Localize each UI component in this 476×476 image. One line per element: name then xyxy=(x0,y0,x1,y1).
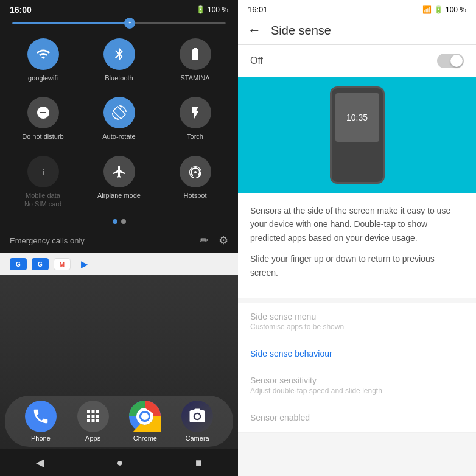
dock-item-apps[interactable]: Apps xyxy=(77,401,109,442)
side-sense-behaviour-link[interactable]: Side sense behaviour xyxy=(238,340,476,367)
sensor-enabled-item: Sensor enabled xyxy=(238,404,476,433)
page-dot-1 xyxy=(113,219,117,224)
phone-mockup: 10:35 xyxy=(330,86,385,184)
settings-icon[interactable]: ⚙ xyxy=(219,234,228,247)
airplanemode-tile-label: Airplane mode xyxy=(97,191,141,200)
tile-hotspot[interactable]: Hotspot xyxy=(157,149,233,216)
svg-point-4 xyxy=(141,413,149,420)
tile-mobiledata[interactable]: Mobile data No SIM card xyxy=(5,149,81,216)
quick-app-google2[interactable]: G xyxy=(32,258,49,270)
header-bar: ← Side sense xyxy=(238,16,476,45)
battery-icon: 🔋 xyxy=(196,5,205,14)
left-status-bar: 16:00 🔋 100 % xyxy=(0,0,238,17)
dock-item-chrome[interactable]: Chrome xyxy=(129,401,161,442)
tile-donotdisturb[interactable]: Do not disturb xyxy=(5,89,81,148)
airplanemode-tile-icon xyxy=(103,156,135,187)
quick-app-play[interactable]: ▶ xyxy=(75,258,93,270)
donotdisturb-tile-icon xyxy=(27,97,59,128)
description-area: Sensors at the side of the screen make i… xyxy=(238,193,476,298)
hotspot-tile-icon xyxy=(180,156,211,187)
phone-illustration: 10:35 xyxy=(238,77,476,193)
phone-mockup-screen: 10:35 xyxy=(335,93,379,142)
phone-mockup-time: 10:35 xyxy=(346,113,368,122)
emergency-row: Emergency calls only ✏ ⚙ xyxy=(0,228,238,253)
stamina-tile-label: STAMINA xyxy=(180,74,209,82)
donotdisturb-tile-label: Do not disturb xyxy=(22,132,63,141)
dock-item-camera[interactable]: Camera xyxy=(181,401,213,442)
stamina-tile-icon xyxy=(180,38,211,70)
edit-icon[interactable]: ✏ xyxy=(200,234,209,247)
brightness-slider-fill xyxy=(12,22,130,24)
autorotate-tile-label: Auto-rotate xyxy=(102,132,135,141)
dock-item-phone[interactable]: Phone xyxy=(25,401,57,442)
app-dock: Phone Apps xyxy=(5,396,233,447)
toggle-row: Off xyxy=(238,45,476,77)
quick-tiles-grid: googlewifi Bluetooth STAMINA Do not dist… xyxy=(0,31,238,215)
side-sense-menu-subtitle: Customise apps to be shown xyxy=(250,323,464,331)
mobiledata-tile-icon xyxy=(27,156,59,187)
tile-googlewifi[interactable]: googlewifi xyxy=(5,31,81,89)
torch-tile-label: Torch xyxy=(187,132,203,141)
wifi-tile-icon xyxy=(27,38,59,70)
torch-tile-icon xyxy=(180,97,211,128)
phone-dock-icon-bg xyxy=(25,401,57,432)
phone-dock-label: Phone xyxy=(31,435,51,442)
page-dot-2 xyxy=(121,219,126,224)
right-battery-text: 100 % xyxy=(446,5,466,14)
right-status-bar: 16:01 📶 🔋 100 % xyxy=(238,0,476,16)
camera-dock-label: Camera xyxy=(186,435,209,442)
quick-app-gmail[interactable]: M xyxy=(54,258,71,270)
home-nav-button[interactable]: ● xyxy=(117,457,124,469)
description-para1: Sensors at the side of the screen make i… xyxy=(250,204,464,245)
left-panel: 16:00 🔋 100 % googlewifi Bluetooth xyxy=(0,0,238,476)
toggle-thumb xyxy=(450,55,463,67)
left-battery: 🔋 100 % xyxy=(196,5,228,14)
right-time: 16:01 xyxy=(248,5,268,14)
wifi-tile-label: googlewifi xyxy=(28,74,58,82)
autorotate-tile-icon xyxy=(103,97,135,128)
phone-side-bar xyxy=(383,100,385,137)
page-title: Side sense xyxy=(271,24,331,38)
emergency-icons: ✏ ⚙ xyxy=(200,234,228,247)
quick-app-google1[interactable]: G xyxy=(10,258,27,270)
sensor-enabled-title: Sensor enabled xyxy=(250,413,464,422)
emergency-text: Emergency calls only xyxy=(10,236,85,245)
brightness-slider-track[interactable] xyxy=(12,22,226,24)
wallpaper-area: Phone Apps xyxy=(0,275,238,476)
tile-bluetooth[interactable]: Bluetooth xyxy=(81,31,157,89)
mobiledata-tile-label: Mobile data No SIM card xyxy=(24,191,61,209)
right-status-icons: 📶 🔋 100 % xyxy=(422,5,466,14)
toggle-label: Off xyxy=(250,55,263,66)
side-sense-menu-title: Side sense menu xyxy=(250,312,464,321)
left-battery-text: 100 % xyxy=(208,5,228,14)
brightness-thumb[interactable] xyxy=(124,18,135,29)
side-sense-toggle[interactable] xyxy=(437,54,464,68)
brightness-row[interactable] xyxy=(0,17,238,31)
wifi-status-icon: 📶 xyxy=(422,5,432,14)
back-nav-button[interactable]: ◀ xyxy=(36,456,44,469)
recents-nav-button[interactable]: ■ xyxy=(195,457,202,469)
description-para2: Slide your finger up or down to return t… xyxy=(250,252,464,279)
side-sense-menu-item[interactable]: Side sense menu Customise apps to be sho… xyxy=(238,303,476,340)
chrome-dock-icon-bg xyxy=(129,401,161,432)
back-button[interactable]: ← xyxy=(248,23,261,38)
tile-stamina[interactable]: STAMINA xyxy=(157,31,233,89)
quick-apps-bar: G G M ▶ xyxy=(0,253,238,275)
bluetooth-tile-icon xyxy=(103,38,135,70)
tile-torch[interactable]: Torch xyxy=(157,89,233,148)
left-time: 16:00 xyxy=(10,5,32,15)
chrome-dock-label: Chrome xyxy=(133,435,157,442)
sensor-sensitivity-title: Sensor sensitivity xyxy=(250,376,464,385)
sensor-sensitivity-item: Sensor sensitivity Adjust double-tap spe… xyxy=(238,367,476,404)
page-indicator xyxy=(0,215,238,228)
navigation-bar: ◀ ● ■ xyxy=(0,449,238,476)
apps-dock-label: Apps xyxy=(85,435,100,442)
tile-autorotate[interactable]: Auto-rotate xyxy=(81,89,157,148)
right-panel: 16:01 📶 🔋 100 % ← Side sense Off 10:35 S… xyxy=(238,0,476,476)
tile-airplanemode[interactable]: Airplane mode xyxy=(81,149,157,216)
camera-dock-icon-bg xyxy=(181,401,213,432)
bluetooth-tile-label: Bluetooth xyxy=(105,74,133,82)
hotspot-tile-label: Hotspot xyxy=(184,191,207,200)
battery-status-icon: 🔋 xyxy=(434,5,443,14)
settings-section: Side sense menu Customise apps to be sho… xyxy=(238,303,476,433)
